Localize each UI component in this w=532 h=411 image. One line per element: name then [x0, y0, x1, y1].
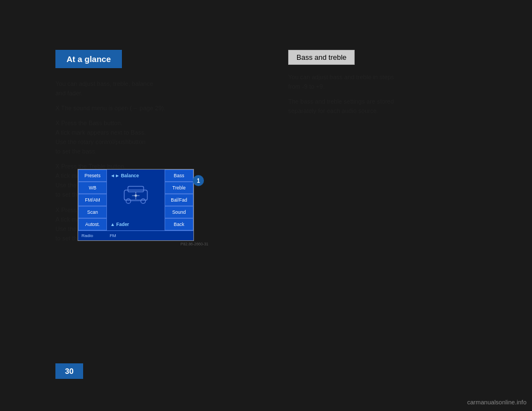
at-a-glance-heading: At a glance	[55, 50, 122, 68]
page-number: 30	[55, 363, 83, 379]
left-paragraph-1: You can adjust bass, treble, balance and…	[55, 79, 272, 98]
right-column: Bass and treble You can adjust bass and …	[288, 50, 499, 121]
sound-btn: Sound	[165, 206, 193, 218]
right-paragraph-1: You can adjust bass and treble in steps …	[288, 73, 499, 91]
bal-fad-btn: Bal/Fad	[165, 194, 193, 206]
balance-header: ◄► Balance	[107, 169, 165, 182]
screen-mockup-container: Presets ◄► Balance Bass WB	[78, 169, 211, 246]
screen-bottom-bar: Radio FM	[78, 230, 193, 240]
svg-rect-1	[128, 187, 144, 192]
wb-btn: WB	[78, 182, 107, 194]
scan-btn: Scan	[78, 206, 107, 218]
car-area	[107, 182, 165, 194]
radio-label: Radio	[81, 233, 93, 238]
screen-row-5: Autost. ▲ Fader Back	[78, 218, 193, 230]
annotation-number: 1	[197, 178, 200, 184]
screen-row-1: Presets ◄► Balance Bass	[78, 169, 193, 182]
annotation-dot-1: 1	[193, 175, 204, 186]
bass-btn: Bass	[165, 169, 193, 182]
svg-point-2	[126, 199, 131, 203]
svg-point-7	[135, 194, 137, 197]
back-btn: Back	[165, 218, 193, 230]
fm-label: FM	[110, 233, 116, 238]
screen-reference: P82.86-2660-31	[78, 242, 211, 246]
screen-mockup: Presets ◄► Balance Bass WB	[78, 169, 194, 241]
screen-row-2: WB Treble	[78, 182, 193, 194]
treble-btn: Treble	[165, 182, 193, 194]
watermark: carmanualsonline.info	[467, 399, 526, 405]
car-diagram-icon	[122, 181, 150, 206]
left-paragraph-3: X Press the Bass button. A tick mark app…	[55, 119, 272, 156]
autost-btn: Autost.	[78, 218, 107, 230]
bass-treble-heading: Bass and treble	[288, 50, 355, 65]
svg-point-3	[141, 199, 145, 203]
left-paragraph-2: X The sound menu is open (→ page 29).	[55, 104, 272, 113]
presets-btn: Presets	[78, 169, 107, 182]
screen-row-4: Scan Sound	[78, 206, 193, 218]
fader-header: ▲ Fader	[107, 218, 165, 230]
right-paragraph-2: The bass and treble settings are stored …	[288, 97, 499, 116]
fm-am-btn: FM/AM	[78, 194, 107, 206]
